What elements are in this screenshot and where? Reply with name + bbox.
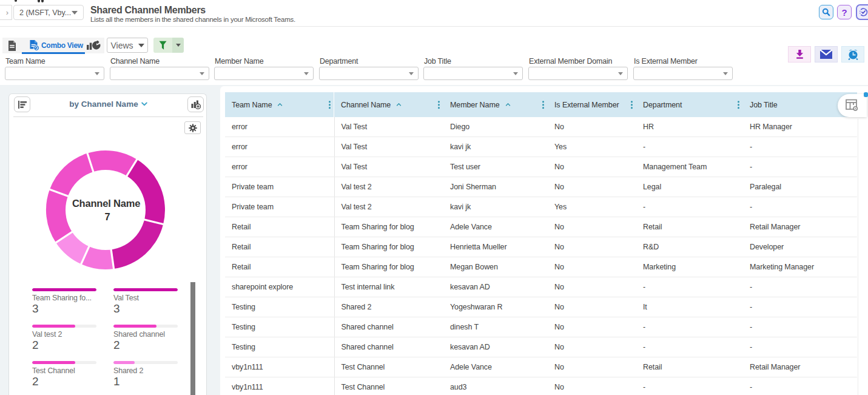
svg-text:Channel Name: Channel Name — [72, 198, 140, 209]
svg-text:7: 7 — [104, 211, 110, 222]
